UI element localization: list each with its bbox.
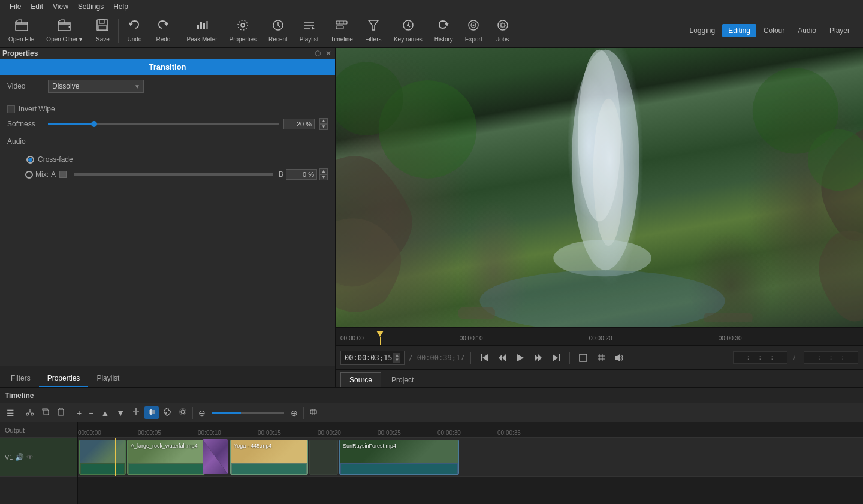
export-button[interactable]: Export <box>459 14 488 47</box>
clip-yoga[interactable]: Yoga - 445.mp4 <box>230 440 308 475</box>
save-button[interactable]: Save <box>88 14 117 47</box>
tl-sep-1 <box>20 407 20 419</box>
grid-btn[interactable] <box>594 352 608 364</box>
svg-marker-43 <box>535 354 538 361</box>
mark-10: 00:00:10 <box>198 430 221 436</box>
softness-slider[interactable] <box>48 123 279 125</box>
timeline-button[interactable]: Timeline <box>324 14 358 47</box>
volume-btn[interactable] <box>612 352 626 364</box>
tl-cut-btn[interactable] <box>23 406 37 419</box>
tl-paste-btn[interactable] <box>54 406 68 419</box>
playhead[interactable] <box>376 331 384 346</box>
mix-slider[interactable] <box>74 173 273 176</box>
tl-split-btn[interactable] <box>129 406 143 419</box>
tl-add-track-btn[interactable]: + <box>74 407 85 419</box>
fullscreen-btn[interactable] <box>576 352 590 364</box>
filters-label: Filters <box>365 36 381 43</box>
peak-meter-label: Peak Meter <box>186 36 217 43</box>
tab-project[interactable]: Project <box>382 372 423 387</box>
tl-snap-btn[interactable] <box>144 406 159 419</box>
play-btn[interactable] <box>513 352 527 364</box>
tl-ruler[interactable]: 00:00:00 00:00:05 00:00:10 00:00:15 00:0… <box>78 422 863 438</box>
jobs-icon <box>496 19 509 35</box>
clip-gap[interactable] <box>309 440 338 475</box>
panel-maximize-btn[interactable]: ⬡ <box>313 49 322 58</box>
bottom-tabs: Filters Properties Playlist <box>0 366 335 387</box>
timecode-ruler[interactable]: 00:00:00 00:00:10 00:00:20 00:00:30 <box>340 331 858 343</box>
skip-back-btn[interactable] <box>495 352 509 364</box>
tl-ripple-btn[interactable] <box>176 406 190 419</box>
ripple-icon <box>179 408 187 416</box>
menu-settings[interactable]: Settings <box>73 1 108 12</box>
tl-down-btn[interactable]: ▼ <box>113 407 128 419</box>
track-mute-btn[interactable]: 👁 <box>26 453 34 461</box>
mix-down[interactable]: ▼ <box>319 174 328 180</box>
skip-end-btn[interactable] <box>549 352 563 364</box>
redo-button[interactable]: Redo <box>149 14 177 47</box>
skip-forward-btn[interactable] <box>531 352 545 364</box>
fit-icon <box>309 408 318 416</box>
recent-button[interactable]: Recent <box>262 14 294 47</box>
dissolve-dropdown[interactable]: Dissolve Wipe Slide Clock <box>48 80 144 93</box>
timeline-zoom-slider[interactable] <box>212 412 284 414</box>
clip-rock-waterfall[interactable]: A_large_rock_waterfall.mp4 <box>127 440 205 475</box>
clip-forest[interactable]: SunRaysinForest.mp4 <box>339 440 459 475</box>
ws-colour[interactable]: Colour <box>758 24 790 37</box>
paste-icon <box>57 408 65 416</box>
tl-fit-btn[interactable] <box>306 406 321 419</box>
crossfade-radio[interactable] <box>26 156 34 164</box>
svg-marker-41 <box>502 354 506 361</box>
tl-menu-btn[interactable]: ☰ <box>4 407 17 419</box>
undo-label: Undo <box>127 36 141 43</box>
menu-help[interactable]: Help <box>108 1 133 12</box>
tl-zoom-in-btn[interactable]: ⊕ <box>288 407 301 419</box>
timeline-playhead[interactable] <box>115 438 116 476</box>
panel-close-btn[interactable]: ✕ <box>324 49 333 58</box>
tab-filters[interactable]: Filters <box>2 370 39 387</box>
svg-marker-20 <box>369 20 378 30</box>
transition-clip[interactable] <box>203 439 228 475</box>
svg-rect-2 <box>97 20 108 31</box>
tab-playlist[interactable]: Playlist <box>88 370 128 387</box>
tl-remove-track-btn[interactable]: − <box>86 407 96 419</box>
invert-wipe-checkbox[interactable] <box>7 105 15 113</box>
playlist-button[interactable]: Playlist <box>294 14 325 47</box>
ws-player[interactable]: Player <box>823 24 856 37</box>
mix-up[interactable]: ▲ <box>319 168 328 174</box>
history-button[interactable]: History <box>429 14 459 47</box>
svg-rect-16 <box>336 21 347 24</box>
menu-edit[interactable]: Edit <box>26 1 48 12</box>
tl-zoom-out-btn[interactable]: ⊖ <box>195 407 209 419</box>
menu-file[interactable]: File <box>5 1 26 12</box>
ws-editing[interactable]: Editing <box>722 24 756 37</box>
peak-meter-button[interactable]: Peak Meter <box>180 14 223 47</box>
panel-title: Properties <box>2 49 38 58</box>
clip-waterfall-start[interactable] <box>79 440 126 475</box>
open-file-button[interactable]: Open File <box>2 14 40 47</box>
tl-up-btn[interactable]: ▲ <box>98 407 112 419</box>
ws-audio[interactable]: Audio <box>792 24 822 37</box>
v1-text: V1 <box>5 454 13 461</box>
mix-radio[interactable] <box>25 171 33 179</box>
tl-link-btn[interactable] <box>160 406 174 419</box>
open-other-button[interactable]: Open Other ▾ <box>40 14 88 47</box>
undo-button[interactable]: Undo <box>120 14 149 47</box>
softness-up[interactable]: ▲ <box>319 118 328 124</box>
track-audio-btn[interactable]: 🔊 <box>15 453 24 461</box>
jobs-button[interactable]: Jobs <box>488 14 517 47</box>
tab-properties[interactable]: Properties <box>39 370 89 387</box>
svg-rect-56 <box>44 410 49 415</box>
keyframes-button[interactable]: Keyframes <box>388 14 429 47</box>
ws-logging[interactable]: Logging <box>684 24 722 37</box>
filters-button[interactable]: Filters <box>359 14 388 47</box>
mark-35: 00:00:35 <box>497 430 521 436</box>
tab-source[interactable]: Source <box>340 372 381 387</box>
skip-to-start-btn[interactable] <box>477 352 491 364</box>
tl-copy-btn[interactable] <box>38 406 53 419</box>
properties-button[interactable]: Properties <box>224 14 263 47</box>
menu-view[interactable]: View <box>48 1 73 12</box>
peak-meter-icon <box>195 19 209 35</box>
undo-icon <box>128 19 141 35</box>
softness-down[interactable]: ▼ <box>319 124 328 130</box>
timecode-down[interactable]: ▼ <box>393 358 400 363</box>
